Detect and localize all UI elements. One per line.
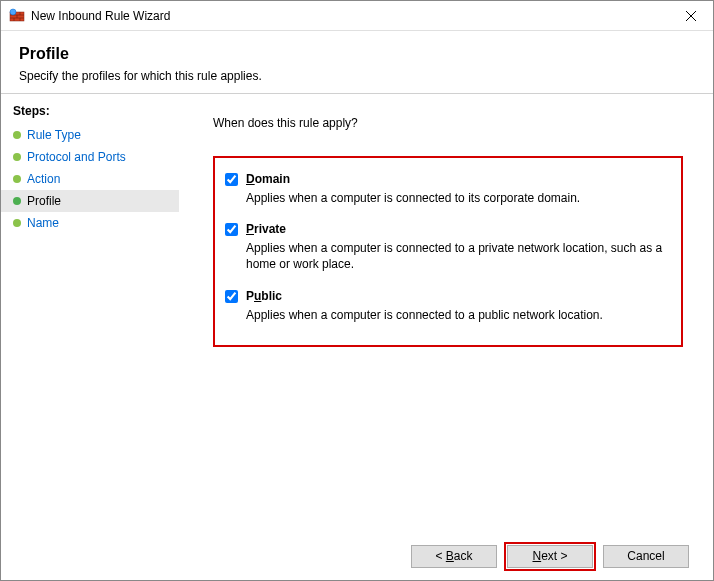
main-panel: When does this rule apply? DomainApplies… [179,94,713,532]
bullet-icon [13,197,21,205]
close-icon [686,11,696,21]
option-row-domain: Domain [225,172,663,186]
bullet-icon [13,175,21,183]
close-button[interactable] [668,1,713,31]
step-item-name[interactable]: Name [1,212,179,234]
next-button[interactable]: Next > [507,545,593,568]
option-label-public[interactable]: Public [246,289,282,303]
titlebar: New Inbound Rule Wizard [1,1,713,31]
footer-buttons: < Back Next > Cancel [1,532,713,580]
step-label: Action [27,172,60,186]
option-row-private: Private [225,222,663,236]
option-desc-private: Applies when a computer is connected to … [246,240,663,272]
option-desc-public: Applies when a computer is connected to … [246,307,663,323]
steps-heading: Steps: [1,104,179,124]
page-title: Profile [19,45,695,63]
step-label: Name [27,216,59,230]
prompt-text: When does this rule apply? [213,116,683,130]
svg-point-8 [10,9,16,15]
checkbox-public[interactable] [225,290,238,303]
body-section: Steps: Rule TypeProtocol and PortsAction… [1,94,713,532]
page-subtitle: Specify the profiles for which this rule… [19,69,695,83]
option-row-public: Public [225,289,663,303]
header-section: Profile Specify the profiles for which t… [1,31,713,93]
wizard-window: New Inbound Rule Wizard Profile Specify … [0,0,714,581]
step-item-protocol-and-ports[interactable]: Protocol and Ports [1,146,179,168]
step-label: Protocol and Ports [27,150,126,164]
options-highlight-box: DomainApplies when a computer is connect… [213,156,683,347]
back-button[interactable]: < Back [411,545,497,568]
steps-sidebar: Steps: Rule TypeProtocol and PortsAction… [1,94,179,532]
option-label-domain[interactable]: Domain [246,172,290,186]
bullet-icon [13,219,21,227]
step-item-profile[interactable]: Profile [1,190,179,212]
step-label: Rule Type [27,128,81,142]
window-title: New Inbound Rule Wizard [31,9,668,23]
option-desc-domain: Applies when a computer is connected to … [246,190,663,206]
step-label: Profile [27,194,61,208]
option-label-private[interactable]: Private [246,222,286,236]
cancel-button[interactable]: Cancel [603,545,689,568]
checkbox-domain[interactable] [225,173,238,186]
firewall-icon [9,8,25,24]
bullet-icon [13,131,21,139]
step-item-action[interactable]: Action [1,168,179,190]
bullet-icon [13,153,21,161]
step-item-rule-type[interactable]: Rule Type [1,124,179,146]
checkbox-private[interactable] [225,223,238,236]
